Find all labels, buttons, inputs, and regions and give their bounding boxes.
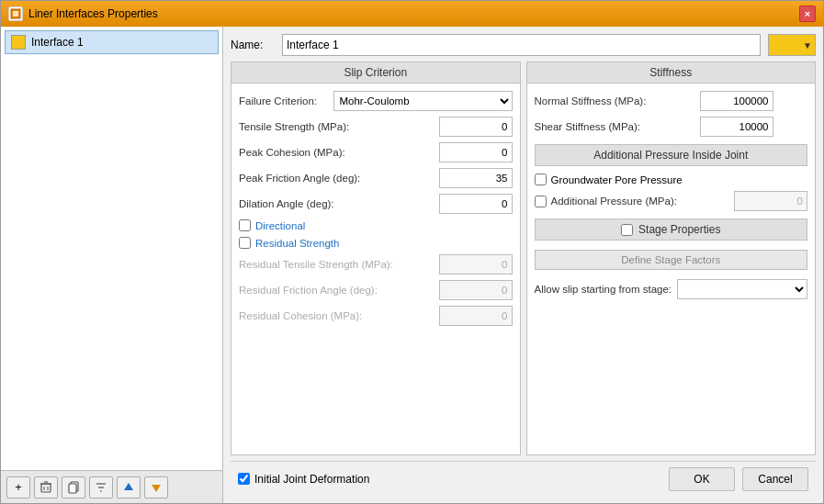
stiffness-header: Stiffness <box>527 62 816 84</box>
name-input[interactable] <box>282 34 761 56</box>
failure-criterion-select[interactable]: Mohr-Coulomb None <box>333 91 513 111</box>
directional-label: Directional <box>255 220 305 231</box>
list-item[interactable]: Interface 1 <box>5 30 219 54</box>
directional-checkbox[interactable] <box>239 219 251 231</box>
peak-cohesion-input[interactable] <box>439 142 513 162</box>
interface-item-label: Interface 1 <box>31 36 84 49</box>
sections-row: Slip Criterion Failure Criterion: Mohr-C… <box>231 62 816 455</box>
stage-properties-checkbox[interactable] <box>621 224 633 236</box>
add-button[interactable]: + <box>6 476 30 498</box>
peak-friction-input[interactable] <box>439 168 513 188</box>
stage-properties-header: Stage Properties <box>535 218 808 241</box>
app-icon <box>8 6 23 21</box>
slip-criterion-header: Slip Criterion <box>231 62 520 84</box>
residual-strength-row: Residual Strength <box>239 237 513 249</box>
cancel-button[interactable]: Cancel <box>742 467 808 491</box>
window-title: Liner Interfaces Properties <box>28 7 158 20</box>
slip-criterion-section: Slip Criterion Failure Criterion: Mohr-C… <box>231 62 521 455</box>
right-panel: Name: ▼ Slip Criterion Failure Criterion… <box>223 27 823 503</box>
ok-button[interactable]: OK <box>669 467 735 491</box>
allow-slip-select[interactable] <box>677 279 807 299</box>
groundwater-label: Groundwater Pore Pressure <box>551 174 683 185</box>
delete-button[interactable] <box>34 476 58 498</box>
additional-pressure-row: Additional Pressure (MPa): <box>535 191 808 211</box>
shear-stiffness-input[interactable] <box>700 117 773 137</box>
initial-joint-deformation-checkbox[interactable] <box>238 473 250 485</box>
name-label: Name: <box>231 39 275 51</box>
dilation-angle-input[interactable] <box>439 194 513 214</box>
residual-cohesion-input[interactable] <box>439 306 513 326</box>
svg-marker-15 <box>152 485 161 492</box>
close-button[interactable]: × <box>799 6 816 22</box>
bottom-left: Initial Joint Deformation <box>238 473 369 486</box>
allow-slip-label: Allow slip starting from stage: <box>535 284 672 295</box>
dilation-angle-label: Dilation Angle (deg): <box>239 198 439 209</box>
groundwater-row: Groundwater Pore Pressure <box>535 174 808 185</box>
residual-tensile-row: Residual Tensile Strength (MPa): <box>239 254 513 274</box>
copy-button[interactable] <box>62 476 85 498</box>
additional-pressure-checkbox[interactable] <box>535 196 547 207</box>
color-dropdown[interactable]: ▼ <box>768 34 816 56</box>
interface-list: Interface 1 <box>1 27 222 470</box>
additional-pressure-label: Additional Pressure (MPa): <box>551 196 677 207</box>
stiffness-body: Normal Stiffness (MPa): Shear Stiffness … <box>527 84 816 307</box>
residual-friction-input[interactable] <box>439 280 513 300</box>
failure-criterion-row: Failure Criterion: Mohr-Coulomb None <box>239 91 513 111</box>
name-row: Name: ▼ <box>231 34 816 56</box>
additional-pressure-header: Additional Pressure Inside Joint <box>535 144 808 166</box>
peak-cohesion-row: Peak Cohesion (MPa): <box>239 142 513 162</box>
residual-strength-label: Residual Strength <box>255 238 339 249</box>
main-window: Liner Interfaces Properties × Interface … <box>0 0 824 504</box>
residual-friction-label: Residual Friction Angle (deg): <box>239 285 439 296</box>
peak-friction-label: Peak Friction Angle (deg): <box>239 173 439 184</box>
residual-strength-checkbox[interactable] <box>239 237 251 249</box>
svg-rect-10 <box>69 484 76 493</box>
shear-stiffness-row: Shear Stiffness (MPa): <box>535 117 808 137</box>
slip-criterion-body: Failure Criterion: Mohr-Coulomb None Ten… <box>231 84 520 333</box>
title-bar-left: Liner Interfaces Properties <box>8 6 158 21</box>
residual-friction-row: Residual Friction Angle (deg): <box>239 280 513 300</box>
directional-row: Directional <box>239 219 513 231</box>
bottom-right: OK Cancel <box>669 467 808 491</box>
groundwater-checkbox[interactable] <box>535 174 547 185</box>
left-panel: Interface 1 + <box>1 27 223 503</box>
title-bar: Liner Interfaces Properties × <box>1 1 823 27</box>
stage-properties-label: Stage Properties <box>638 223 720 236</box>
initial-joint-deformation-label: Initial Joint Deformation <box>254 473 369 486</box>
tensile-strength-input[interactable] <box>439 117 513 137</box>
normal-stiffness-row: Normal Stiffness (MPa): <box>535 91 808 111</box>
normal-stiffness-input[interactable] <box>700 91 773 111</box>
bottom-bar: Initial Joint Deformation OK Cancel <box>231 461 816 496</box>
main-content: Interface 1 + <box>1 27 823 503</box>
peak-friction-row: Peak Friction Angle (deg): <box>239 168 513 188</box>
color-box <box>11 35 26 50</box>
dilation-angle-row: Dilation Angle (deg): <box>239 194 513 214</box>
additional-pressure-input[interactable] <box>734 191 807 211</box>
tensile-strength-label: Tensile Strength (MPa): <box>239 121 439 132</box>
filter-button[interactable] <box>89 476 113 498</box>
residual-cohesion-row: Residual Cohesion (MPa): <box>239 306 513 326</box>
move-up-button[interactable] <box>117 476 141 498</box>
stiffness-section: Stiffness Normal Stiffness (MPa): Shear … <box>526 62 817 455</box>
allow-slip-row: Allow slip starting from stage: <box>535 279 808 299</box>
normal-stiffness-label: Normal Stiffness (MPa): <box>535 95 700 106</box>
svg-rect-4 <box>41 484 51 492</box>
peak-cohesion-label: Peak Cohesion (MPa): <box>239 147 439 158</box>
residual-cohesion-label: Residual Cohesion (MPa): <box>239 310 439 321</box>
list-toolbar: + <box>1 470 222 503</box>
move-down-button[interactable] <box>144 476 168 498</box>
residual-tensile-input[interactable] <box>439 254 513 274</box>
define-stage-factors-button[interactable]: Define Stage Factors <box>535 250 808 270</box>
shear-stiffness-label: Shear Stiffness (MPa): <box>535 121 700 132</box>
tensile-strength-row: Tensile Strength (MPa): <box>239 117 513 137</box>
residual-tensile-label: Residual Tensile Strength (MPa): <box>239 259 439 270</box>
failure-criterion-label: Failure Criterion: <box>239 95 333 106</box>
svg-marker-14 <box>124 483 133 490</box>
